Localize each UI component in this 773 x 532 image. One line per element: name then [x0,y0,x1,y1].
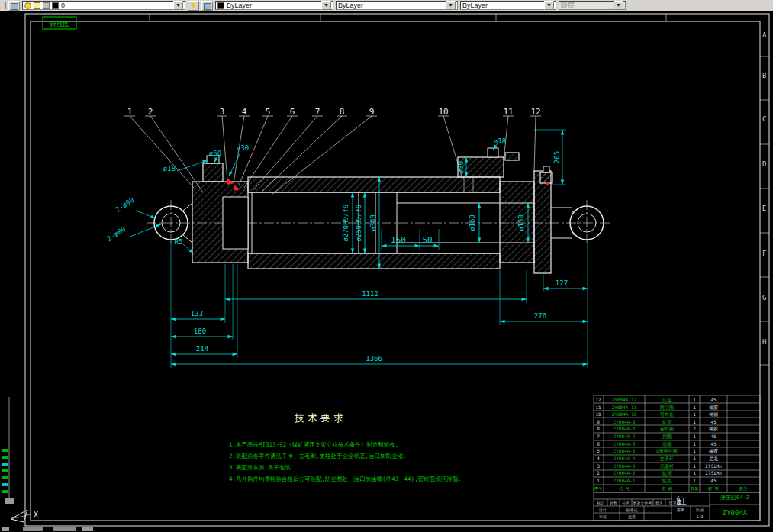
bottom-bar-icons[interactable] [2,527,93,531]
bom-mat: 45 [710,434,717,439]
tech-line: 1.本产品按MT313-92《煤矿液压支架立柱技术条件》制造和验收. [229,441,398,448]
dim-text-d18-left: ø18 [163,165,176,172]
bom-no: 8 [597,426,600,431]
chevron-down-icon[interactable]: ▼ [321,1,331,10]
chevron-down-icon[interactable]: ▼ [544,1,554,10]
bom-name: 缸底 [662,478,672,483]
callout-number: 11 [503,107,513,117]
bom-code: ZY004A-8 [614,426,636,431]
layer-thaw-icon [34,2,40,9]
tb-label-scale: 比例 [696,508,704,513]
dim-text-d150: ø150 [517,214,525,231]
zone-letter: A [762,31,767,39]
tech-title: 技术要求 [294,412,346,424]
bom-qty: 1 [693,478,696,483]
callout-number: 1 [127,107,133,117]
zone-letter: E [762,205,766,212]
bom-name: 缸筒 [662,470,672,476]
callout-number: 5 [266,107,271,117]
bom-mat: 尼龙 [709,456,718,461]
weld-mark [546,182,549,185]
bom-no: 3 [597,463,600,469]
lineweight-control[interactable]: ByLayer ▼ [460,1,556,10]
tb-label-zone: 分区 [622,501,630,505]
layers-dialog-icon[interactable] [8,1,20,11]
tb-label-check: 审核 [599,514,607,519]
layer-previous-button[interactable] [201,1,213,11]
chevron-down-icon[interactable]: ▼ [446,1,456,10]
bom-mat: 27SiMn [705,463,722,469]
bom-mat: 45 [710,419,717,424]
callout-number: 4 [242,107,247,117]
color-swatch [217,2,224,9]
make-object-layer-current-button[interactable] [188,1,199,11]
layer-on-icon [24,2,31,9]
dim-text-d160: ø160 [469,214,476,231]
dim-text-133: 133 [191,310,203,318]
bom-rows: 12ZY004A-12压盖145 11ZY004A-11防尘圈1橡胶 10ZY0… [594,397,749,492]
bom-no: 7 [597,434,600,439]
bom-row: 1ZY004A-1缸底145 [597,478,717,483]
left-strip [2,397,14,504]
dim-text-d18-right: ø18 [494,137,506,145]
bom-code: ZY004A-12 [612,397,637,402]
dim-text-d50: ø50 [209,150,221,157]
dim-text-r5: R5 [175,238,183,246]
bom-row: 6ZY004A-6活塞145 [597,441,717,447]
toolbar-grip[interactable] [2,2,6,9]
bom-code: ZY004A-1 [614,478,636,483]
bom-header-qty: 数量 [691,486,700,491]
ucs-x-label: X [34,511,38,519]
layer-previous-icon [204,3,211,10]
bom-code: ZY004A-2 [614,470,636,476]
bom-code: ZY004A-4 [614,456,636,461]
bom-no: 11 [595,405,601,410]
bom-code: ZY004A-11 [612,405,637,410]
drawing-canvas[interactable]: A B C D E F G H 俯视图 X [0,11,773,532]
bom-name: 挡圈 [662,434,672,440]
dim-text-1366: 1366 [366,355,382,363]
tb-project: 液压缸04-2 [720,495,749,501]
bom-row: 2ZY004A-2缸筒127SiMn [597,470,722,476]
bom-mat: 橡胶 [709,448,718,454]
tech-line: 2.装配前各零件清洗干净、去毛刺,支柱处于全缩状态,油口加防尘堵. [229,453,407,459]
tech-line: 3.表面涂灰漆,风干包装. [229,464,295,471]
dim-text-eye-outer: 2-ø90 [114,196,135,214]
callout-number: 7 [315,107,320,117]
zone-letter: G [762,294,766,301]
tb-drawing-no: ZY004A [723,509,748,517]
bom-row: 3ZY004A-3活塞杆127SiMn [597,463,722,469]
tb-label-mark: 标记 [596,501,604,506]
chevron-down-icon[interactable]: ▼ [173,1,183,10]
color-value: ByLayer [227,2,252,9]
tb-label-weight: 重量 [677,508,684,512]
tb-label-std: 标准化 [626,508,638,513]
zone-letter: H [762,338,766,346]
bom-name: 缸盖 [662,419,672,424]
bom-qty: 1 [693,419,696,424]
bom-row: 9ZY004A-9缸盖145 [597,419,717,424]
dim-text-214: 214 [196,345,208,353]
dim-text-d300: ø300 [369,214,377,231]
bom-header: 序号 代 号 名 称 数量 材 料 备注 [594,486,749,492]
dim-text-150: 150 [391,235,406,245]
zone-letter: D [762,160,766,168]
tb-label-design: 设计 [598,508,607,512]
dim-text-d30-left: ø30 [237,144,249,152]
dim-text-50: 50 [422,235,432,245]
bom-name: 压盖 [662,397,672,402]
lightning-icon [191,2,196,9]
bom-no: 6 [597,441,600,447]
color-control[interactable]: ByLayer ▼ [215,1,333,10]
bom-qty: 1 [693,470,696,476]
bom-code: ZY004A-9 [614,419,636,424]
bom-code: ZY004A-3 [614,463,636,469]
dim-text-eye-hole: 2-ø80 [105,225,127,243]
dim-text-205: 205 [553,151,561,163]
layer-control[interactable]: 0 ▼ [22,1,185,10]
bom-qty: 1 [693,441,696,447]
tech-line: 4.凡外购件均需检验合格后方可装配,防尘圈处、油口加油嘴(件43、44),密封面… [229,476,462,482]
bom-no: 9 [597,419,600,424]
bom-qty: 1 [693,448,696,453]
linetype-control[interactable]: ByLayer ▼ [336,1,458,10]
